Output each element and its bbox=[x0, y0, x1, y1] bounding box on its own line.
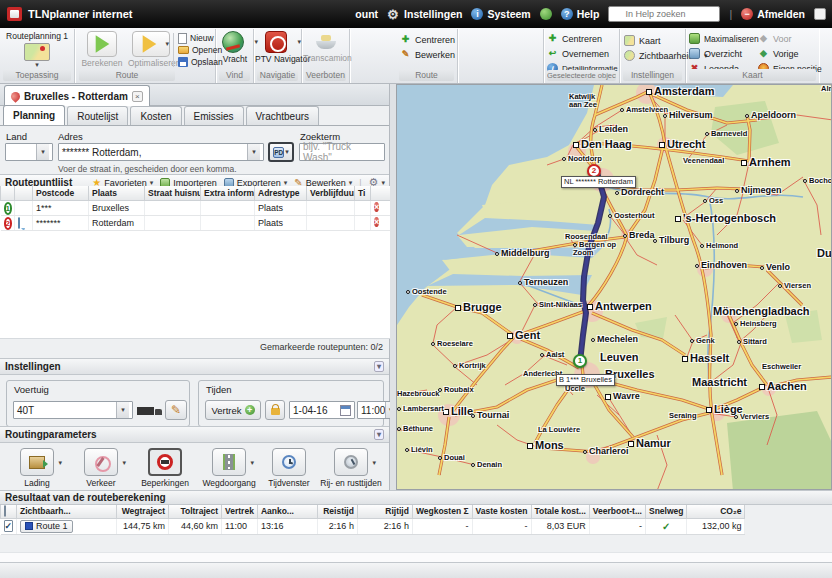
close-icon[interactable]: × bbox=[132, 91, 143, 102]
logout-button[interactable]: −Afmelden bbox=[741, 8, 805, 20]
vorige-button[interactable]: Vorige bbox=[758, 46, 822, 61]
col-wegtraject[interactable]: Wegtraject bbox=[117, 505, 169, 518]
tab-emissies[interactable]: Emissies bbox=[184, 106, 244, 125]
route-waypoint-marker[interactable]: 1 bbox=[573, 354, 587, 368]
date-input[interactable]: 1-04-16 bbox=[289, 401, 355, 419]
route-chip[interactable]: Route 1 bbox=[20, 520, 73, 533]
city-circle-icon bbox=[620, 108, 624, 112]
routepunt-row[interactable]: 2 ******* Rotterdam Plaats × bbox=[1, 215, 391, 230]
map-city-label: Veenendaal bbox=[683, 157, 724, 165]
lading-button[interactable]: Lading bbox=[6, 448, 68, 488]
beperkingen-button[interactable]: Beperkingen bbox=[134, 448, 196, 488]
col-aankomst[interactable]: Aanko... bbox=[257, 505, 317, 518]
col-vaste-kosten[interactable]: Vaste kosten bbox=[472, 505, 531, 518]
wegdoorgang-button[interactable]: Wegdoorgang bbox=[198, 448, 260, 488]
rij-en-rusttijden-button[interactable]: Rij- en rusttijden bbox=[320, 448, 382, 488]
settings-menu[interactable]: Instellingen bbox=[387, 8, 462, 21]
route-visibility-checkbox[interactable]: ✓ bbox=[4, 520, 14, 532]
system-menu[interactable]: iSysteem bbox=[471, 8, 530, 20]
voertuig-select[interactable]: 40T bbox=[13, 401, 133, 419]
map-view[interactable]: AmsterdamDen HaagUtrechtArnhem's-Hertoge… bbox=[396, 84, 832, 490]
collapse-icon[interactable]: ▾ bbox=[374, 429, 384, 440]
overnemen-button[interactable]: Overnemen bbox=[547, 46, 618, 61]
col-plaats[interactable]: Plaats bbox=[89, 186, 145, 200]
col-co2e[interactable]: CO₂e bbox=[687, 505, 745, 518]
col-postcode[interactable]: Postcode bbox=[33, 186, 89, 200]
select-all-checkbox[interactable] bbox=[4, 505, 6, 517]
comment-bubble-icon[interactable] bbox=[18, 217, 20, 229]
routepunt-row[interactable]: 1 1*** Bruxelles Plaats × bbox=[1, 200, 391, 215]
tab-vrachtbeurs[interactable]: Vrachtbeurs bbox=[246, 106, 320, 125]
help-search-input[interactable] bbox=[608, 6, 720, 22]
col-toltraject[interactable]: Toltraject bbox=[169, 505, 222, 518]
col-snelweg[interactable]: Snelweg bbox=[645, 505, 686, 518]
col-totale-kosten[interactable]: Totale kost... bbox=[531, 505, 589, 518]
delete-waypoint-button[interactable]: × bbox=[374, 202, 379, 212]
gear-icon bbox=[387, 8, 400, 21]
voor-button[interactable]: Voor bbox=[758, 31, 822, 46]
account-menu[interactable]: ount bbox=[355, 8, 378, 20]
result-row[interactable]: ✓ Route 1 144,75 km 44,60 km 11:00 13:16… bbox=[1, 518, 745, 534]
tab-planning[interactable]: Planning bbox=[3, 105, 65, 125]
transcamion-button[interactable]: Transcamion bbox=[303, 31, 349, 63]
map-city-label: Brugge bbox=[455, 302, 502, 314]
routeplanning-icon[interactable] bbox=[24, 43, 50, 61]
take-over-icon bbox=[547, 48, 558, 59]
edit-vehicle-button[interactable]: ✎ bbox=[165, 400, 187, 420]
chevron-down-icon bbox=[285, 148, 289, 156]
col-rijtijd[interactable]: Rijtijd bbox=[357, 505, 412, 518]
group-geselecteerde-objecten: Centreren Overnemen Detailinformatie Ges… bbox=[544, 29, 620, 83]
centreren-route-button[interactable]: Centreren bbox=[400, 32, 455, 47]
berekenen-button[interactable]: Berekenen bbox=[79, 31, 125, 68]
col-veerboot[interactable]: Veerboot-t... bbox=[589, 505, 645, 518]
map-city-label: Genk bbox=[690, 337, 715, 345]
document-tab[interactable]: Bruxelles - Rotterdam × bbox=[4, 85, 150, 106]
col-bubble[interactable] bbox=[15, 186, 33, 200]
routingparameters-header[interactable]: Routingparameters ▾ bbox=[0, 426, 389, 443]
tab-kosten[interactable]: Kosten bbox=[130, 106, 181, 125]
open-folder-icon bbox=[178, 46, 189, 54]
statusbar bbox=[0, 562, 832, 578]
window-control[interactable] bbox=[814, 8, 826, 20]
maximaliseren-button[interactable]: Maximaliseren bbox=[689, 31, 759, 46]
col-select[interactable] bbox=[1, 505, 17, 518]
col-reistijd[interactable]: Reistijd bbox=[317, 505, 357, 518]
city-square-icon bbox=[675, 216, 681, 222]
city-circle-icon bbox=[593, 128, 597, 132]
lock-time-button[interactable] bbox=[265, 400, 285, 420]
land-select[interactable] bbox=[5, 143, 53, 161]
col-adrestype[interactable]: Adrestype bbox=[255, 186, 307, 200]
globe-icon[interactable] bbox=[540, 8, 552, 20]
document-tabs: Bruxelles - Rotterdam × bbox=[0, 84, 389, 106]
routeplanning-tab[interactable]: Routeplanning 1 bbox=[0, 31, 74, 41]
col-extra[interactable]: Extra informatie bbox=[201, 186, 255, 200]
col-ti[interactable]: Ti bbox=[355, 186, 371, 200]
bewerken-route-button[interactable]: Bewerken bbox=[400, 47, 455, 62]
chevron-down-icon[interactable] bbox=[0, 61, 74, 69]
help-menu[interactable]: ?Help bbox=[561, 8, 600, 20]
col-zichtbaarheid[interactable]: Zichtbaarh... bbox=[17, 505, 117, 518]
tab-routelijst[interactable]: Routelijst bbox=[67, 106, 128, 125]
overzicht-button[interactable]: Overzicht bbox=[689, 46, 759, 61]
results-header: Resultaat van de routeberekening bbox=[0, 490, 832, 505]
col-num[interactable] bbox=[1, 186, 15, 200]
vracht-button[interactable]: Vracht bbox=[212, 31, 258, 64]
instellingen-header[interactable]: Instellingen ▾ bbox=[0, 358, 389, 375]
delete-waypoint-button[interactable]: × bbox=[374, 217, 379, 227]
zoekterm-input[interactable]: bijv. "Truck Wash" bbox=[299, 143, 385, 161]
collapse-icon[interactable]: ▾ bbox=[374, 361, 384, 372]
col-wegkosten[interactable]: Wegkosten Σ bbox=[412, 505, 472, 518]
centreren-object-button[interactable]: Centreren bbox=[547, 31, 618, 46]
col-vertrek[interactable]: Vertrek bbox=[222, 505, 258, 518]
vertrek-button[interactable]: Vertrek+ bbox=[205, 400, 261, 420]
address-search-button[interactable]: PD bbox=[268, 142, 294, 162]
col-straat[interactable]: Straat huisnummer bbox=[145, 186, 201, 200]
optimaliseren-button[interactable]: Optimaliseren bbox=[128, 31, 174, 68]
verkeer-button[interactable]: Verkeer bbox=[70, 448, 132, 488]
tijdvenster-button[interactable]: Tijdvenster bbox=[258, 448, 320, 488]
logout-icon: − bbox=[741, 8, 753, 20]
col-verblijfduur[interactable]: Verblijfduur bbox=[307, 186, 355, 200]
city-circle-icon bbox=[695, 264, 699, 268]
ptv-navigator-button[interactable]: PTV Navigator bbox=[255, 31, 301, 64]
adres-combobox[interactable]: ******* Rotterdam, bbox=[58, 143, 264, 161]
